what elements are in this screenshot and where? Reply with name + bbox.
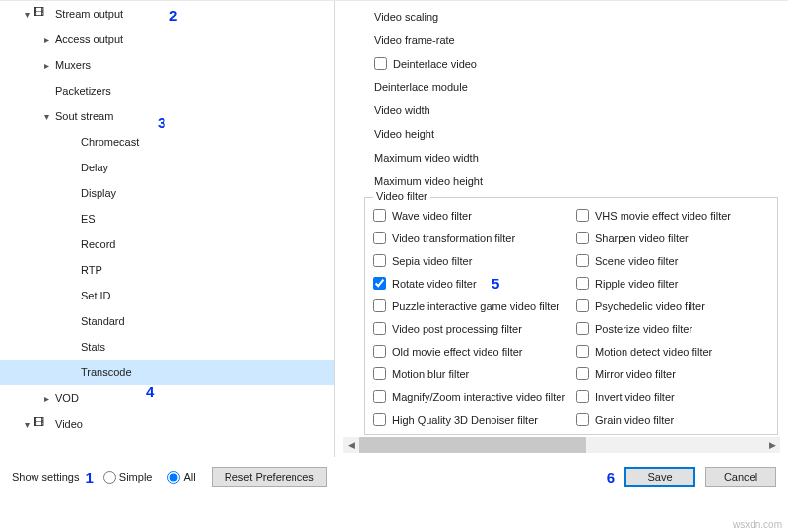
- filter-checkbox[interactable]: Rotate video filter: [373, 272, 566, 295]
- filter-checkbox[interactable]: Grain video filter: [576, 408, 769, 431]
- tree-label: Video: [53, 418, 83, 430]
- row-label: Deinterlace module: [374, 81, 468, 93]
- filter-checkbox[interactable]: Magnify/Zoom interactive video filter: [373, 385, 566, 408]
- scroll-left-icon[interactable]: ◀: [343, 437, 359, 453]
- checkbox-input[interactable]: [576, 299, 589, 312]
- checkbox-input[interactable]: [373, 232, 386, 244]
- row-label: Video scaling: [374, 11, 438, 23]
- filter-checkbox[interactable]: Old movie effect video filter: [373, 340, 566, 363]
- filter-checkbox[interactable]: Ripple video filter: [576, 272, 769, 295]
- tree-label: Stats: [79, 341, 105, 353]
- checkbox-input[interactable]: [373, 254, 386, 267]
- row-max-video-width: Maximum video width: [374, 146, 788, 169]
- radio-simple[interactable]: Simple: [103, 471, 153, 484]
- checkbox-input[interactable]: [373, 390, 386, 403]
- checkbox-input[interactable]: [576, 413, 589, 426]
- checkbox-label: Sepia video filter: [392, 255, 472, 267]
- checkbox-input[interactable]: [373, 299, 386, 312]
- row-label: Maximum video width: [374, 152, 479, 164]
- checkbox-label: Grain video filter: [595, 414, 674, 426]
- filter-checkbox[interactable]: Puzzle interactive game video filter: [373, 295, 566, 317]
- checkbox-label: Scene video filter: [595, 255, 678, 267]
- tree-sout-stream[interactable]: ▾Sout stream: [0, 103, 334, 129]
- checkbox-input[interactable]: [576, 232, 589, 244]
- checkbox-input[interactable]: [374, 57, 387, 70]
- tree-vod[interactable]: ▸VOD: [0, 385, 334, 411]
- scroll-thumb[interactable]: [359, 437, 586, 453]
- filter-checkbox[interactable]: Sepia video filter: [373, 249, 566, 272]
- filter-checkbox[interactable]: Sharpen video filter: [576, 227, 769, 249]
- checkbox-input[interactable]: [373, 277, 386, 290]
- filter-checkbox[interactable]: Motion blur filter: [373, 363, 566, 385]
- row-label: Video width: [374, 104, 430, 116]
- row-label: Maximum video height: [374, 175, 483, 187]
- tree-label: Transcode: [79, 366, 132, 378]
- radio-input[interactable]: [167, 471, 180, 484]
- radio-label: All: [183, 471, 195, 483]
- checkbox-input[interactable]: [373, 367, 386, 380]
- filter-column-right: VHS movie effect video filterSharpen vid…: [576, 204, 769, 431]
- tree-standard[interactable]: Standard: [0, 308, 334, 334]
- filter-checkbox[interactable]: High Quality 3D Denoiser filter: [373, 408, 566, 431]
- row-max-video-height: Maximum video height: [374, 169, 788, 193]
- checkbox-label: Deinterlace video: [393, 58, 477, 70]
- tree-access-output[interactable]: ▸Access output: [0, 27, 334, 52]
- checkbox-label: Motion detect video filter: [595, 346, 712, 358]
- settings-panel: Video scaling Video frame-rate Deinterla…: [335, 1, 788, 457]
- cancel-button[interactable]: Cancel: [705, 467, 776, 487]
- checkbox-input[interactable]: [576, 390, 589, 403]
- tree-set-id[interactable]: Set ID: [0, 283, 334, 308]
- save-button[interactable]: Save: [624, 467, 695, 487]
- tree-label: Stream output: [53, 8, 123, 20]
- filter-checkbox[interactable]: Scene video filter: [576, 249, 769, 272]
- checkbox-input[interactable]: [576, 277, 589, 290]
- filter-checkbox[interactable]: Wave video filter: [373, 204, 566, 227]
- checkbox-label: Rotate video filter: [392, 278, 477, 290]
- row-video-height: Video height: [374, 122, 788, 146]
- checkbox-input[interactable]: [576, 345, 589, 358]
- tree-delay[interactable]: Delay: [0, 155, 334, 180]
- tree-rtp[interactable]: RTP: [0, 257, 334, 283]
- tree-es[interactable]: ES: [0, 206, 334, 232]
- group-legend: Video filter: [373, 190, 430, 202]
- tree-display[interactable]: Display: [0, 180, 334, 206]
- category-tree[interactable]: ▾Stream output ▸Access output ▸Muxers Pa…: [0, 1, 335, 457]
- annotation-1: 1: [85, 469, 93, 486]
- filter-checkbox[interactable]: Mirror video filter: [576, 363, 769, 385]
- radio-all[interactable]: All: [167, 471, 195, 484]
- video-icon: [33, 416, 49, 432]
- tree-muxers[interactable]: ▸Muxers: [0, 52, 334, 78]
- checkbox-input[interactable]: [576, 367, 589, 380]
- filter-checkbox[interactable]: Motion detect video filter: [576, 340, 769, 363]
- filter-checkbox[interactable]: Video transformation filter: [373, 227, 566, 249]
- checkbox-label: VHS movie effect video filter: [595, 210, 731, 222]
- tree-label: Sout stream: [53, 110, 113, 122]
- filter-checkbox[interactable]: Posterize video filter: [576, 317, 769, 340]
- checkbox-input[interactable]: [576, 322, 589, 335]
- checkbox-input[interactable]: [373, 345, 386, 358]
- checkbox-input[interactable]: [373, 209, 386, 222]
- footer-bar: Show settings 1 Simple All Reset Prefere…: [0, 457, 788, 497]
- tree-packetizers[interactable]: Packetizers: [0, 78, 334, 103]
- filter-checkbox[interactable]: Video post processing filter: [373, 317, 566, 340]
- horizontal-scrollbar[interactable]: ◀ ▶: [343, 437, 780, 453]
- tree-transcode[interactable]: Transcode: [0, 360, 334, 385]
- tree-record[interactable]: Record: [0, 232, 334, 257]
- tree-stats[interactable]: Stats: [0, 334, 334, 360]
- checkbox-input[interactable]: [576, 209, 589, 222]
- tree-label: ES: [79, 213, 96, 225]
- filter-checkbox[interactable]: VHS movie effect video filter: [576, 204, 769, 227]
- filter-checkbox[interactable]: Invert video filter: [576, 385, 769, 408]
- tree-chromecast[interactable]: Chromecast: [0, 129, 334, 155]
- checkbox-input[interactable]: [373, 413, 386, 426]
- reset-preferences-button[interactable]: Reset Preferences: [212, 467, 327, 487]
- scroll-track[interactable]: [359, 437, 764, 453]
- checkbox-input[interactable]: [373, 322, 386, 335]
- scroll-right-icon[interactable]: ▶: [764, 437, 780, 453]
- deinterlace-video-checkbox[interactable]: Deinterlace video: [374, 52, 788, 75]
- checkbox-input[interactable]: [576, 254, 589, 267]
- tree-stream-output[interactable]: ▾Stream output: [0, 1, 334, 27]
- filter-checkbox[interactable]: Psychedelic video filter: [576, 295, 769, 317]
- tree-video[interactable]: ▾Video: [0, 411, 334, 436]
- radio-input[interactable]: [103, 471, 116, 484]
